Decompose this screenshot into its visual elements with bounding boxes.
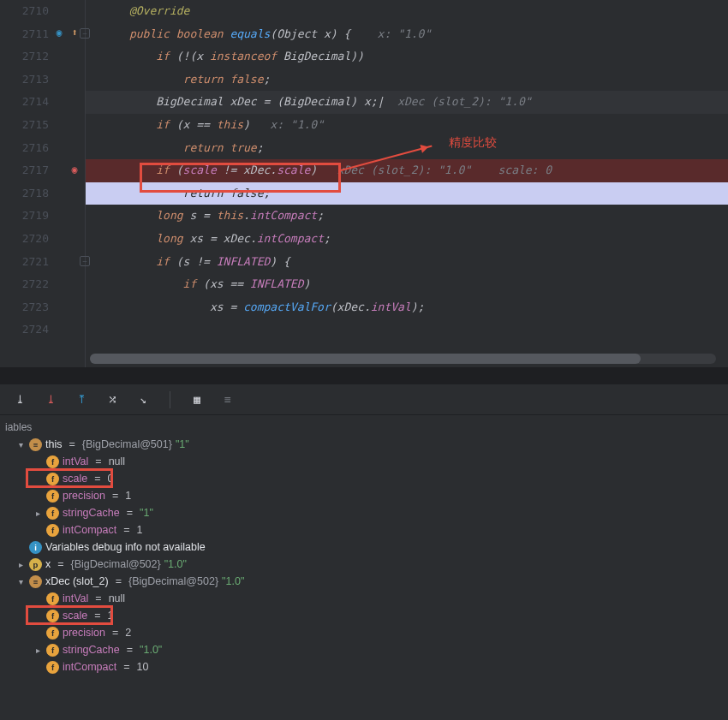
code-line[interactable]: if (!(x instanceof BigDecimal)) (86, 45, 728, 68)
horizontal-scrollbar[interactable] (90, 354, 716, 364)
code-token: xs (210, 300, 230, 313)
equals-sign: = (112, 627, 118, 639)
settings-dim-icon[interactable]: ≡ (220, 392, 236, 408)
line-number[interactable]: 2720 (0, 228, 85, 251)
upload-frame-icon[interactable]: ⤒ (74, 392, 89, 408)
code-token: ; (264, 187, 271, 199)
line-number[interactable]: 2723 (0, 296, 85, 319)
code-token: return (183, 141, 230, 154)
variables-panel[interactable]: iables ▾≡this = {BigDecimal@501} "1"fint… (0, 415, 728, 679)
code-token (89, 73, 183, 86)
code-line[interactable]: if (scale != xDec.scale) xDec (slot_2): … (86, 159, 728, 182)
line-number[interactable]: 2715 (0, 114, 85, 137)
code-line[interactable]: if (xs == INFLATED) (86, 273, 728, 296)
code-token (89, 232, 156, 245)
code-token: INFLATED (250, 277, 304, 290)
variable-row[interactable]: iVariables debug info not available (0, 539, 728, 556)
line-number[interactable]: 2710 (0, 0, 85, 23)
inline-debug-hint: xDec (slot_2): "1.0" (397, 95, 532, 108)
code-area[interactable]: @Override public boolean equals(Object x… (86, 0, 728, 367)
code-line[interactable]: return false; (86, 182, 728, 205)
line-number[interactable]: 2718 (0, 182, 85, 205)
code-token (89, 141, 183, 154)
shuffle-icon[interactable]: ⤮ (104, 392, 120, 408)
line-number[interactable]: 2712 (0, 45, 85, 68)
code-line[interactable]: long xs = xDec.intCompact; (86, 228, 728, 251)
variable-name: precision (63, 490, 105, 502)
variable-name: scale (63, 610, 87, 622)
variable-row[interactable]: fprecision = 2 (0, 624, 728, 641)
code-token: intVal (371, 300, 411, 313)
line-number[interactable]: 2716 (0, 137, 85, 160)
code-line[interactable]: return true; (86, 137, 728, 160)
inline-debug-hint: x: "1.0" (378, 27, 432, 40)
chevron-right-icon[interactable]: ▸ (15, 560, 26, 569)
variable-row[interactable]: fintVal = null (0, 453, 728, 470)
code-line[interactable]: BigDecimal xDec = (BigDecimal) x;| xDec … (86, 91, 728, 114)
code-token: x (364, 95, 371, 108)
code-token: xs (210, 277, 230, 290)
code-token: @Override (129, 4, 189, 17)
code-token: this (217, 209, 243, 222)
chevron-right-icon[interactable]: ▸ (33, 646, 43, 655)
code-editor[interactable]: 27102711⬆◉271227132714271527162717◉27182… (0, 0, 728, 367)
variable-row[interactable]: fintVal = null (0, 590, 728, 607)
download-frame-icon[interactable]: ⤓ (12, 392, 27, 408)
variable-row[interactable]: ▸fstringCache = "1.0" (0, 641, 728, 658)
code-line[interactable] (86, 318, 728, 342)
variable-row[interactable]: ▸fstringCache = "1" (0, 504, 728, 521)
code-line[interactable]: if (x == this) x: "1.0" (86, 114, 728, 137)
equals-sign: = (57, 558, 63, 570)
variable-row[interactable]: fprecision = 1 (0, 487, 728, 504)
code-line[interactable]: public boolean equals(Object x) { x: "1.… (86, 23, 728, 46)
variable-row[interactable]: ▾≡this = {BigDecimal@501} "1" (0, 436, 728, 453)
code-line[interactable]: long s = this.intCompact; (86, 205, 728, 228)
code-token: this (217, 118, 243, 131)
line-number[interactable]: 2714 (0, 91, 85, 114)
variable-row[interactable]: fscale = 1 (0, 607, 728, 624)
inline-debug-hint: x: "1.0" (270, 118, 324, 131)
variable-name: intVal (63, 592, 88, 604)
equals-sign: = (69, 438, 75, 450)
variable-row[interactable]: fintCompact = 10 (0, 658, 728, 675)
line-number[interactable]: 2719 (0, 205, 85, 228)
scrollbar-thumb[interactable] (90, 354, 641, 364)
line-number[interactable]: 2713 (0, 68, 85, 92)
variable-row[interactable]: fintCompact = 1 (0, 521, 728, 539)
line-number[interactable]: 2724 (0, 318, 85, 342)
gutter-marker-icon[interactable]: ◉ (52, 27, 66, 40)
code-token: intCompact (250, 209, 317, 222)
variable-row[interactable]: fscale = 0 (0, 470, 728, 487)
shuffle-small-icon[interactable]: ↘ (135, 392, 151, 408)
line-number[interactable]: 2722 (0, 273, 85, 296)
field-icon: f (46, 661, 59, 674)
variable-type: {BigDecimal@502} (71, 558, 161, 570)
line-number[interactable]: 2721 (0, 251, 85, 274)
variable-value: null (109, 455, 125, 467)
variable-name: scale (63, 473, 87, 485)
equals-sign: = (127, 644, 133, 656)
equals-sign: = (94, 473, 100, 485)
table-icon[interactable]: ▦ (189, 392, 205, 408)
code-line[interactable]: xs = compactValFor(xDec.intVal); (86, 296, 728, 319)
chevron-down-icon[interactable]: ▾ (15, 577, 26, 586)
download-frame-red-icon[interactable]: ⤓ (43, 392, 58, 408)
line-number-gutter[interactable]: 27102711⬆◉271227132714271527162717◉27182… (0, 0, 86, 367)
variable-row[interactable]: ▾≡xDec (slot_2) = {BigDecimal@502} "1.0" (0, 573, 728, 590)
chevron-right-icon[interactable]: ▸ (33, 509, 43, 518)
code-token: ( (331, 300, 337, 313)
line-number[interactable]: 2717◉ (0, 159, 85, 182)
field-icon: f (46, 507, 59, 520)
chevron-down-icon[interactable]: ▾ (15, 440, 26, 449)
panel-splitter[interactable] (0, 367, 728, 384)
code-line[interactable]: if (s != INFLATED) { (86, 251, 728, 274)
variable-row[interactable]: ▸px = {BigDecimal@502} "1.0" (0, 556, 728, 573)
line-number[interactable]: 2711⬆◉ (0, 23, 85, 46)
code-line[interactable]: @Override (86, 0, 728, 23)
code-token: )) (350, 50, 364, 62)
code-token (89, 118, 156, 131)
code-line[interactable]: return false; (86, 68, 728, 92)
code-token (89, 187, 183, 199)
code-token: ; (371, 95, 378, 108)
field-icon: f (46, 524, 59, 537)
